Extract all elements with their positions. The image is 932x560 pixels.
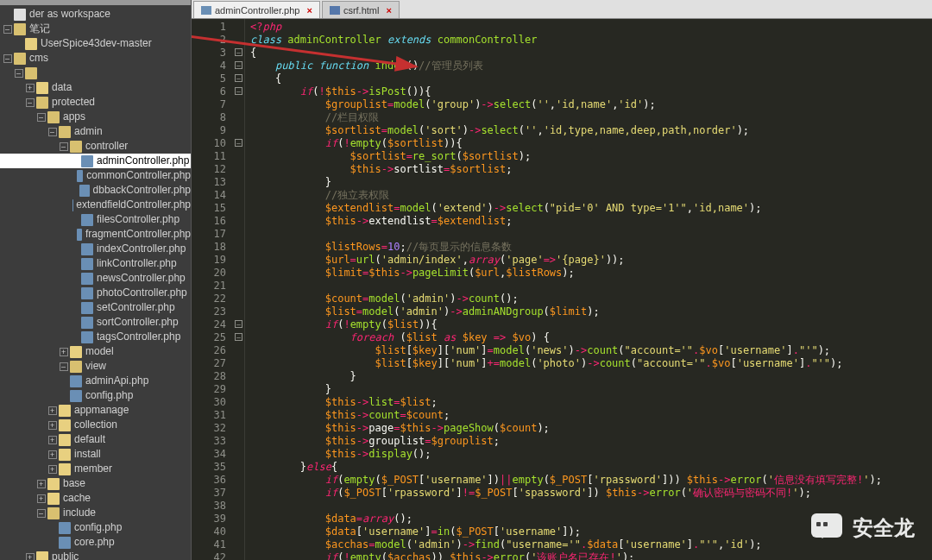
fold-toggle-icon[interactable] <box>235 87 242 95</box>
tree-item[interactable]: adminApi.php <box>0 374 191 388</box>
collapse-icon[interactable] <box>3 54 12 63</box>
code-line[interactable]: $sortlist=re_sort($sortlist); <box>250 150 927 163</box>
code-line[interactable]: if(!empty($sortlist)){ <box>250 137 927 150</box>
close-icon[interactable]: × <box>386 5 391 16</box>
code-line[interactable]: $count=model('admin')->count(); <box>250 293 927 305</box>
expand-icon[interactable] <box>37 480 46 488</box>
editor-tab[interactable]: csrf.html× <box>322 1 400 18</box>
code-line[interactable]: { <box>250 72 927 85</box>
collapse-icon[interactable] <box>26 98 35 107</box>
code-line[interactable]: foreach ($list as $key => $vo) { <box>250 331 927 344</box>
code-line[interactable]: $url=url('admin/index',array('page'=>'{p… <box>250 254 927 267</box>
tree-item[interactable]: config.php <box>0 520 191 535</box>
code-line[interactable]: $limit=$this->pageLimit($url,$listRows); <box>250 267 927 280</box>
tree-item[interactable]: newsController.php <box>0 271 191 286</box>
code-line[interactable]: class adminController extends commonCont… <box>250 34 927 47</box>
code-line[interactable]: $list[$key]['num']+=model('photo')->coun… <box>250 357 927 370</box>
code-line[interactable]: $this->page=$this->pageShow($count); <box>250 422 927 435</box>
code-line[interactable]: public function index()//管理员列表 <box>250 60 927 72</box>
expand-icon[interactable] <box>26 553 35 561</box>
code-editor[interactable]: 1234567891011121314151617181920212223242… <box>192 19 932 560</box>
tree-item[interactable]: member <box>0 462 191 476</box>
code-area[interactable]: <?phpclass adminController extends commo… <box>245 19 932 560</box>
collapse-icon[interactable] <box>60 142 68 151</box>
code-line[interactable]: $listRows=10;//每页显示的信息条数 <box>250 241 927 254</box>
code-line[interactable]: $this->sortlist=$sortlist; <box>250 163 927 176</box>
tree-item[interactable]: adminController.php <box>0 154 191 168</box>
expand-icon[interactable] <box>48 406 57 415</box>
fold-toggle-icon[interactable] <box>235 48 242 56</box>
fold-column[interactable] <box>233 19 245 560</box>
tree-item[interactable]: default <box>0 432 191 447</box>
code-line[interactable]: $this->display(); <box>250 448 927 461</box>
tree-item[interactable]: photoController.php <box>0 286 191 300</box>
tree-item[interactable]: cms <box>0 51 191 66</box>
fold-toggle-icon[interactable] <box>235 320 242 328</box>
editor-tab[interactable]: adminController.php× <box>193 1 320 18</box>
fold-toggle-icon[interactable] <box>235 61 242 69</box>
tree-item[interactable]: linkController.php <box>0 256 191 271</box>
tree-item[interactable]: extendfieldController.php <box>0 198 191 212</box>
code-line[interactable]: $list[$key]['num']=model('news')->count(… <box>250 344 927 357</box>
collapse-icon[interactable] <box>60 362 68 371</box>
tree-item[interactable]: UserSpice43dev-master <box>0 36 191 51</box>
expand-icon[interactable] <box>60 348 68 356</box>
expand-icon[interactable] <box>48 436 57 444</box>
expand-icon[interactable] <box>48 450 57 459</box>
code-line[interactable]: //栏目权限 <box>250 111 927 124</box>
code-line[interactable]: if($_POST['rpassword']!=$_POST['spasswor… <box>250 487 927 500</box>
code-line[interactable] <box>250 228 927 241</box>
fold-toggle-icon[interactable] <box>235 333 242 341</box>
tree-item[interactable]: include <box>0 506 191 520</box>
tree-item[interactable]: indexController.php <box>0 242 191 256</box>
tree-item[interactable] <box>0 66 191 80</box>
code-line[interactable]: } <box>250 383 927 396</box>
code-line[interactable]: if(empty($_POST['username'])||empty($_PO… <box>250 474 927 487</box>
fold-toggle-icon[interactable] <box>235 139 242 147</box>
code-line[interactable]: } <box>250 370 927 383</box>
code-line[interactable]: $this->grouplist=$grouplist; <box>250 435 927 448</box>
code-line[interactable]: if(!$this->isPost()){ <box>250 85 927 98</box>
tree-item[interactable]: appmanage <box>0 403 191 418</box>
fold-toggle-icon[interactable] <box>235 74 242 82</box>
code-line[interactable]: <?php <box>250 21 927 34</box>
file-tree[interactable]: der as workspace笔记UserSpice43dev-masterc… <box>0 5 191 560</box>
code-line[interactable]: $sortlist=model('sort')->select('','id,t… <box>250 124 927 137</box>
tree-item[interactable]: model <box>0 344 191 359</box>
code-line[interactable]: $this->count=$count; <box>250 409 927 422</box>
collapse-icon[interactable] <box>15 69 23 78</box>
code-line[interactable]: if(!empty($list)){ <box>250 318 927 331</box>
code-line[interactable]: $grouplist=model('group')->select('','id… <box>250 98 927 111</box>
close-icon[interactable]: × <box>306 5 312 16</box>
tree-item[interactable]: fragmentController.php <box>0 227 191 242</box>
tree-item[interactable]: filesController.php <box>0 212 191 227</box>
tree-item[interactable]: core.php <box>0 535 191 550</box>
code-line[interactable]: $list=model('admin')->adminANDgroup($lim… <box>250 305 927 318</box>
code-line[interactable] <box>250 280 927 293</box>
tree-item[interactable]: config.php <box>0 388 191 403</box>
code-line[interactable]: }else{ <box>250 461 927 474</box>
tree-item[interactable]: collection <box>0 418 191 432</box>
code-line[interactable]: //独立表权限 <box>250 189 927 202</box>
code-line[interactable] <box>250 500 927 513</box>
tree-item[interactable]: setController.php <box>0 300 191 315</box>
expand-icon[interactable] <box>48 421 57 430</box>
code-line[interactable]: $this->list=$list; <box>250 396 927 409</box>
code-line[interactable]: { <box>250 47 927 60</box>
code-line[interactable]: $this->extendlist=$extendlist; <box>250 215 927 228</box>
tree-item[interactable]: der as workspace <box>0 7 191 22</box>
expand-icon[interactable] <box>26 84 35 92</box>
tree-item[interactable]: data <box>0 80 191 95</box>
tree-item[interactable]: public <box>0 550 191 560</box>
tree-item[interactable]: dbbackController.php <box>0 183 191 198</box>
code-line[interactable]: $extendlist=model('extend')->select("pid… <box>250 202 927 215</box>
collapse-icon[interactable] <box>37 113 46 122</box>
code-line[interactable]: } <box>250 176 927 189</box>
expand-icon[interactable] <box>48 465 57 474</box>
expand-icon[interactable] <box>37 494 46 503</box>
tree-item[interactable]: install <box>0 447 191 462</box>
tree-item[interactable]: tagsController.php <box>0 330 191 344</box>
tree-item[interactable]: commonController.php <box>0 168 191 183</box>
tree-item[interactable]: admin <box>0 124 191 139</box>
tree-item[interactable]: protected <box>0 95 191 110</box>
